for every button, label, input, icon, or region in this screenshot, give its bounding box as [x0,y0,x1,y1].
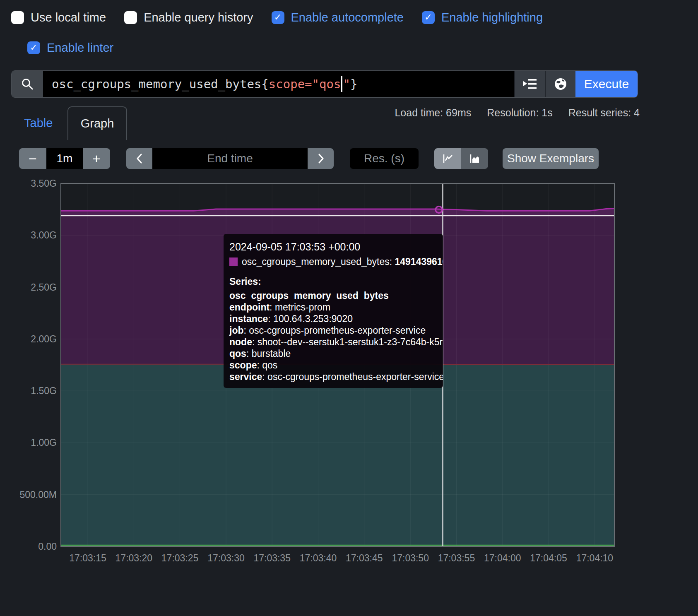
checkbox-label: Enable autocomplete [291,11,404,24]
x-tick-label: 17:03:25 [161,553,199,563]
tooltip-metric-name: osc_cgroups_memory_used_bytes [242,256,390,267]
y-tick-label: 2.00G [31,334,57,344]
x-tick-label: 17:03:15 [69,553,106,563]
series-color-swatch [229,257,238,266]
chart-tooltip: 2024-09-05 17:03:53 +00:00 osc_cgroups_m… [224,234,443,388]
checkbox-label: Enable highlighting [441,11,543,24]
tooltip-label-row: nodeshoot--dev--serstuk1-serstuk1-z3-7c6… [229,336,437,348]
checkbox-box[interactable]: ✓ [422,11,435,24]
format-expression-button[interactable] [514,71,545,97]
stacked-chart-toggle[interactable] [461,148,488,169]
tooltip-metric-line: osc_cgroups_memory_used_bytes1491439616 [229,256,437,267]
plus-icon: + [92,151,101,167]
show-exemplars-button[interactable]: Show Exemplars [503,148,599,169]
options-row-1: ✓ Use local time ✓ Enable query history … [11,10,543,25]
load-time: Load time: 69ms [395,107,471,119]
chart-type-toggle [434,148,488,169]
query-input[interactable]: osc_cgroups_memory_used_bytes{scope="qos… [43,71,514,97]
x-tick-label: 17:03:35 [253,553,291,563]
metrics-explorer-button[interactable] [545,71,575,97]
globe-icon [553,77,568,91]
checkbox-enable-highlighting[interactable]: ✓ Enable highlighting [422,10,543,25]
tooltip-series-heading: Series: [229,276,437,287]
duration-increase-button[interactable]: + [83,148,110,169]
x-tick-label: 17:03:40 [300,553,337,563]
options-row-2: ✓ Enable linter [27,40,113,55]
checkmark-icon: ✓ [424,13,432,22]
tab-graph[interactable]: Graph [67,106,127,140]
y-tick-label: 3.00G [31,230,57,241]
y-tick-label: 2.50G [31,282,57,293]
checkbox-enable-linter[interactable]: ✓ Enable linter [27,40,113,55]
x-tick-label: 17:03:30 [207,553,245,563]
x-tick-label: 17:04:05 [530,553,567,563]
tooltip-timestamp: 2024-09-05 17:03:53 +00:00 [229,241,437,253]
guaranteed-area [61,364,614,546]
y-tick-label: 0.00 [38,541,57,552]
chevron-right-icon [316,153,326,164]
minus-icon: − [29,151,37,167]
line-chart-icon [443,154,453,164]
tooltip-label-row: endpointmetrics-prom [229,301,437,313]
format-expression-icon [522,78,537,90]
duration-decrease-button[interactable]: − [19,148,46,169]
x-tick-label: 17:03:45 [346,553,383,563]
tooltip-label-row: qosburstable [229,348,437,359]
tooltip-label-row: jobosc-cgroups-prometheus-exporter-servi… [229,325,437,336]
checkmark-icon: ✓ [274,13,282,22]
stacked-chart-icon [469,154,480,164]
time-forward-button[interactable] [308,148,334,169]
end-time-input[interactable]: End time [152,148,308,169]
result-series: Result series: 4 [568,107,640,119]
tooltip-series-name: osc_cgroups_memory_used_bytes [229,290,437,301]
x-tick-label: 17:03:55 [438,553,475,563]
text-cursor [341,76,342,92]
resolution: Resolution: 1s [487,107,552,119]
time-back-button[interactable] [126,148,152,169]
x-tick-label: 17:03:50 [392,553,429,563]
tab-table[interactable]: Table [24,116,53,130]
tooltip-label-row: serviceosc-cgroups-prometheus-exporter-s… [229,371,437,383]
y-tick-label: 1.50G [31,385,57,396]
line-chart-toggle[interactable] [434,148,461,169]
checkbox-enable-query-history[interactable]: ✓ Enable query history [124,10,253,25]
execute-button[interactable]: Execute [575,71,638,97]
time-navigation: End time [126,148,334,169]
checkbox-box[interactable]: ✓ [124,11,137,24]
y-tick-label: 1.00G [31,437,57,448]
query-stats: Load time: 69ms Resolution: 1s Result se… [395,107,640,119]
search-icon [21,77,34,91]
tooltip-metric-value: 1491439616 [395,256,443,267]
duration-stepper: − 1m + [19,148,110,169]
checkbox-label: Enable query history [144,11,253,24]
resolution-input[interactable]: Res. (s) [350,148,419,169]
checkbox-label: Enable linter [47,41,113,55]
x-tick-label: 17:04:00 [484,553,521,563]
y-tick-label: 500.00M [19,489,57,500]
x-tick-label: 17:03:20 [116,553,153,563]
checkbox-box[interactable]: ✓ [272,11,284,24]
duration-input[interactable]: 1m [46,148,83,169]
x-tick-label: 17:04:10 [576,553,614,563]
checkbox-use-local-time[interactable]: ✓ Use local time [11,10,106,25]
search-segment [12,71,43,97]
tooltip-label-row: instance100.64.3.253:9020 [229,313,437,325]
checkmark-icon: ✓ [30,43,37,52]
tooltip-label-row: scopeqos [229,359,437,371]
checkbox-label: Use local time [31,11,106,24]
checkbox-box[interactable]: ✓ [27,41,40,54]
chevron-left-icon [135,153,144,164]
checkbox-enable-autocomplete[interactable]: ✓ Enable autocomplete [272,10,404,25]
y-tick-label: 3.50G [31,178,57,189]
query-bar: osc_cgroups_memory_used_bytes{scope="qos… [11,70,638,98]
checkbox-box[interactable]: ✓ [11,11,24,24]
